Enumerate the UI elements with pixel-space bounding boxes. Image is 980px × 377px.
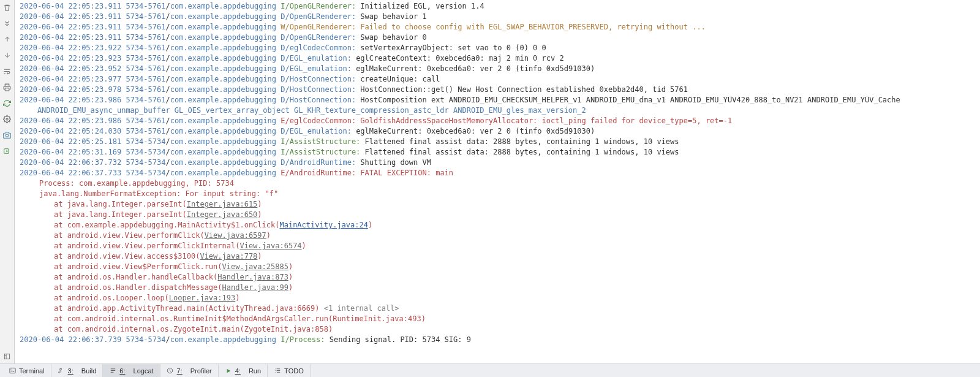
source-link[interactable]: Handler.java:873 (217, 273, 288, 281)
tab-run[interactable]: 4: Run (219, 364, 268, 377)
log-line: 2020-06-04 22:05:23.911 5734-5761/com.ex… (20, 22, 980, 32)
source-link[interactable]: View.java:6574 (239, 242, 301, 250)
trash-icon[interactable] (2, 2, 12, 12)
logcat-icon (109, 367, 116, 375)
stack-frame: at android.view.View.performClick(View.j… (20, 230, 980, 241)
source-link[interactable]: View.java:25885 (222, 262, 288, 271)
stack-frame: at java.lang.Integer.parseInt(Integer.ja… (20, 199, 980, 210)
tab-label: TODO (284, 367, 304, 375)
stack-frame: at android.os.Looper.loop(Looper.java:19… (20, 293, 980, 303)
tab-label: Build (81, 367, 96, 375)
soft-wrap-icon[interactable] (2, 66, 12, 76)
svg-point-0 (6, 118, 8, 120)
source-link[interactable]: View.java:6597 (205, 231, 266, 240)
log-line: 2020-06-04 22:05:23.922 5734-5761/com.ex… (20, 43, 980, 53)
log-line: 2020-06-04 22:06:37.732 5734-5734/com.ex… (20, 158, 980, 168)
down-icon[interactable] (2, 50, 12, 60)
up-icon[interactable] (2, 34, 12, 44)
log-line: 2020-06-04 22:05:23.923 5734-5761/com.ex… (20, 53, 980, 64)
screenshot-icon[interactable] (2, 130, 12, 140)
tab-todo[interactable]: TODO (268, 364, 311, 377)
exception-headline: java.lang.NumberFormatException: For inp… (20, 189, 980, 199)
tab-label: Profiler (190, 367, 212, 375)
stack-frame: at java.lang.Integer.parseInt(Integer.ja… (20, 210, 980, 220)
tab-key: 6: (119, 367, 125, 375)
stack-frame: at com.android.internal.os.ZygoteInit.ma… (20, 324, 980, 335)
log-line: 2020-06-04 22:05:31.169 5734-5734/com.ex… (20, 147, 980, 158)
run-icon (225, 367, 232, 375)
restart-icon[interactable] (2, 98, 12, 108)
tab-label: Logcat (134, 367, 154, 375)
source-link[interactable]: View.java:778 (200, 252, 257, 261)
tab-key: 3: (68, 367, 74, 375)
log-line: 2020-06-04 22:05:24.030 5734-5761/com.ex… (20, 126, 980, 137)
log-line: 2020-06-04 22:06:37.733 5734-5734/com.ex… (20, 168, 980, 178)
log-line: 2020-06-04 22:05:23.911 5734-5761/com.ex… (20, 1, 980, 12)
tab-key: 4: (235, 367, 241, 375)
exception-process: Process: com.example.appdebugging, PID: … (20, 178, 980, 189)
log-line: 2020-06-04 22:05:23.952 5734-5761/com.ex… (20, 64, 980, 74)
tab-label: Terminal (19, 367, 45, 375)
log-line: 2020-06-04 22:05:23.978 5734-5761/com.ex… (20, 85, 980, 95)
stack-frame: at com.example.appdebugging.MainActivity… (20, 220, 980, 230)
stack-frame: at android.view.View.access$3100(View.ja… (20, 251, 980, 262)
log-line: 2020-06-04 22:05:23.911 5734-5761/com.ex… (20, 12, 980, 22)
log-output[interactable]: 2020-06-04 22:05:23.911 5734-5761/com.ex… (15, 0, 980, 364)
tab-label: Run (249, 367, 261, 375)
logcat-toolbar (0, 0, 15, 364)
terminal-icon (9, 367, 16, 375)
tab-profiler[interactable]: 7: Profiler (160, 364, 219, 377)
log-line: ANDROID_EMU_async_unmap_buffer GL_OES_ve… (20, 105, 980, 116)
tab-logcat[interactable]: 6: Logcat (103, 364, 160, 377)
source-link[interactable]: Integer.java:615 (187, 200, 258, 208)
screen-record-icon[interactable] (2, 146, 12, 156)
profiler-icon (167, 367, 174, 375)
tab-key: 7: (177, 367, 183, 375)
svg-point-1 (6, 134, 8, 136)
log-line: 2020-06-04 22:05:23.986 5734-5761/com.ex… (20, 95, 980, 105)
stack-frame: at android.view.View.performClickInterna… (20, 241, 980, 251)
source-link[interactable]: MainActivity.java:24 (279, 221, 368, 229)
settings-icon[interactable] (2, 114, 12, 124)
log-line: 2020-06-04 22:05:25.181 5734-5734/com.ex… (20, 137, 980, 147)
expand-icon[interactable] (2, 351, 12, 361)
stack-frame: at android.app.ActivityThread.main(Activ… (20, 303, 980, 314)
svg-rect-4 (9, 368, 15, 373)
source-link[interactable]: Handler.java:99 (222, 283, 288, 292)
stack-frame: at android.os.Handler.dispatchMessage(Ha… (20, 283, 980, 293)
log-line: 2020-06-04 22:05:23.977 5734-5761/com.ex… (20, 74, 980, 85)
svg-rect-3 (4, 354, 9, 359)
stack-frame: at android.os.Handler.handleCallback(Han… (20, 272, 980, 283)
stack-frame: at com.android.internal.os.RuntimeInit$M… (20, 314, 980, 324)
log-line: 2020-06-04 22:05:23.911 5734-5761/com.ex… (20, 32, 980, 43)
todo-icon (274, 367, 281, 375)
scroll-to-end-icon[interactable] (2, 18, 12, 28)
tab-build[interactable]: 3: Build (51, 364, 104, 377)
build-icon (58, 367, 65, 375)
tool-window-bar: Terminal 3: Build 6: Logcat 7: Profiler … (0, 364, 980, 377)
log-line: 2020-06-04 22:06:37.739 5734-5734/com.ex… (20, 335, 980, 345)
log-line: 2020-06-04 22:05:23.986 5734-5761/com.ex… (20, 116, 980, 126)
tab-terminal[interactable]: Terminal (2, 364, 51, 377)
print-icon[interactable] (2, 82, 12, 92)
source-link[interactable]: Looper.java:193 (169, 294, 235, 302)
source-link[interactable]: Integer.java:650 (187, 210, 258, 219)
stack-frame: at android.view.View$PerformClick.run(Vi… (20, 262, 980, 272)
